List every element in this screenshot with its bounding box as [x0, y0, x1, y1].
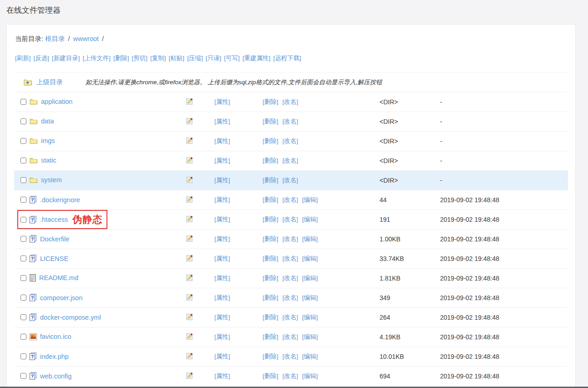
toolbar-action-link[interactable]: [反选] [34, 55, 50, 61]
rename-link[interactable]: [改名] [282, 235, 298, 242]
edit-link[interactable]: [编辑] [302, 196, 318, 203]
row-checkbox[interactable] [20, 314, 26, 320]
delete-link[interactable]: [删除] [263, 157, 279, 164]
delete-link[interactable]: [删除] [263, 98, 279, 105]
pencil-note-icon[interactable] [186, 117, 193, 125]
pencil-note-icon[interactable] [186, 195, 193, 203]
edit-link[interactable]: [编辑] [302, 294, 318, 301]
attributes-link[interactable]: [属性] [214, 235, 230, 242]
row-checkbox[interactable] [20, 177, 26, 183]
attributes-link[interactable]: [属性] [214, 196, 230, 203]
attributes-link[interactable]: [属性] [214, 353, 230, 360]
delete-link[interactable]: [删除] [263, 177, 279, 184]
file-name-link[interactable]: application [41, 98, 72, 105]
edit-link[interactable]: [编辑] [302, 235, 318, 242]
breadcrumb-root-link[interactable]: 根目录 [45, 35, 65, 42]
edit-link[interactable]: [编辑] [302, 353, 318, 360]
toolbar-action-link[interactable]: [粘贴] [169, 55, 185, 61]
delete-link[interactable]: [删除] [263, 275, 279, 281]
pencil-note-icon[interactable] [186, 97, 193, 105]
attributes-link[interactable]: [属性] [214, 138, 230, 144]
file-name-link[interactable]: docker-compose.yml [40, 314, 101, 321]
file-name-link[interactable]: imgs [41, 137, 55, 144]
file-name-link[interactable]: composer.json [40, 294, 83, 301]
rename-link[interactable]: [改名] [282, 294, 298, 301]
row-checkbox[interactable] [20, 353, 26, 359]
edit-link[interactable]: [编辑] [302, 373, 318, 379]
attributes-link[interactable]: [属性] [214, 255, 230, 262]
file-name-link[interactable]: favicon.ico [40, 333, 71, 340]
toolbar-action-link[interactable]: [可写] [224, 55, 240, 61]
row-checkbox[interactable] [20, 197, 26, 203]
row-checkbox[interactable] [20, 217, 26, 223]
attributes-link[interactable]: [属性] [214, 294, 230, 301]
rename-link[interactable]: [改名] [282, 333, 298, 340]
attributes-link[interactable]: [属性] [214, 373, 230, 379]
file-name-link[interactable]: .dockerignore [40, 196, 80, 204]
toolbar-action-link[interactable]: [重建属性] [243, 55, 271, 61]
toolbar-action-link[interactable]: [压缩] [187, 55, 203, 61]
row-checkbox[interactable] [20, 295, 26, 301]
file-name-link[interactable]: static [41, 157, 56, 164]
toolbar-action-link[interactable]: [新建目录] [52, 55, 80, 61]
toolbar-action-link[interactable]: [刷新] [15, 55, 31, 61]
file-name-link[interactable]: system [41, 176, 62, 184]
row-checkbox[interactable] [20, 158, 26, 163]
delete-link[interactable]: [删除] [263, 294, 279, 301]
delete-link[interactable]: [删除] [263, 118, 279, 125]
toolbar-action-link[interactable]: [上传文件] [83, 55, 111, 61]
delete-link[interactable]: [删除] [263, 235, 279, 242]
pencil-note-icon[interactable] [186, 254, 193, 262]
toolbar-action-link[interactable]: [只读] [206, 55, 222, 61]
rename-link[interactable]: [改名] [282, 118, 298, 125]
delete-link[interactable]: [删除] [263, 255, 279, 262]
rename-link[interactable]: [改名] [282, 196, 298, 203]
toolbar-action-link[interactable]: [远程下载] [273, 55, 301, 61]
toolbar-action-link[interactable]: [剪切] [132, 55, 148, 61]
pencil-note-icon[interactable] [186, 352, 193, 360]
pencil-note-icon[interactable] [186, 156, 193, 164]
file-name-link[interactable]: Dockerfile [40, 235, 69, 243]
toolbar-action-link[interactable]: [删除] [113, 55, 129, 61]
attributes-link[interactable]: [属性] [214, 333, 230, 340]
delete-link[interactable]: [删除] [263, 333, 279, 340]
edit-link[interactable]: [编辑] [302, 275, 318, 281]
row-checkbox[interactable] [20, 138, 26, 144]
rename-link[interactable]: [改名] [282, 157, 298, 164]
edit-link[interactable]: [编辑] [302, 255, 318, 262]
pencil-note-icon[interactable] [186, 293, 193, 301]
attributes-link[interactable]: [属性] [214, 216, 230, 223]
edit-link[interactable]: [编辑] [302, 216, 318, 223]
row-checkbox[interactable] [20, 275, 26, 281]
pencil-note-icon[interactable] [186, 215, 193, 223]
row-checkbox[interactable] [20, 373, 26, 379]
attributes-link[interactable]: [属性] [214, 275, 230, 281]
rename-link[interactable]: [改名] [282, 314, 298, 321]
rename-link[interactable]: [改名] [282, 216, 298, 223]
row-checkbox[interactable] [20, 99, 26, 105]
delete-link[interactable]: [删除] [263, 138, 279, 144]
pencil-note-icon[interactable] [186, 176, 193, 184]
row-checkbox[interactable] [20, 236, 26, 242]
delete-link[interactable]: [删除] [263, 196, 279, 203]
rename-link[interactable]: [改名] [282, 353, 298, 360]
file-name-link[interactable]: LICENSE [40, 255, 68, 262]
edit-link[interactable]: [编辑] [302, 333, 318, 340]
edit-link[interactable]: [编辑] [302, 314, 318, 321]
file-name-link[interactable]: index.php [40, 353, 69, 360]
parent-directory-link[interactable]: 上级目录 [36, 78, 63, 86]
delete-link[interactable]: [删除] [263, 314, 279, 321]
file-name-link[interactable]: README.md [39, 274, 78, 281]
row-checkbox[interactable] [20, 334, 26, 340]
pencil-note-icon[interactable] [186, 313, 193, 321]
file-name-link[interactable]: data [41, 117, 54, 125]
attributes-link[interactable]: [属性] [214, 98, 230, 105]
pencil-note-icon[interactable] [186, 332, 193, 340]
rename-link[interactable]: [改名] [282, 138, 298, 144]
attributes-link[interactable]: [属性] [214, 314, 230, 321]
attributes-link[interactable]: [属性] [214, 177, 230, 184]
pencil-note-icon[interactable] [186, 274, 193, 281]
attributes-link[interactable]: [属性] [214, 118, 230, 125]
toolbar-action-link[interactable]: [复制] [150, 55, 166, 61]
rename-link[interactable]: [改名] [282, 98, 298, 105]
